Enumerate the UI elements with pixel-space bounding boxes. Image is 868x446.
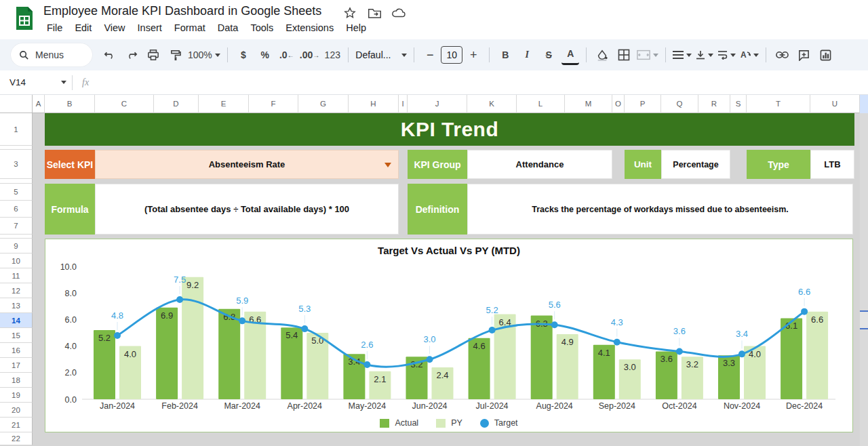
row-header-9[interactable]: 9 xyxy=(0,239,33,254)
text-wrap-button[interactable] xyxy=(717,45,736,65)
row-header-11[interactable]: 11 xyxy=(0,268,33,283)
row-header-13[interactable]: 13 xyxy=(0,298,33,313)
format-currency-button[interactable]: $ xyxy=(235,45,252,65)
column-header-B[interactable]: B xyxy=(45,95,95,113)
select-all-corner[interactable] xyxy=(0,95,33,113)
name-box[interactable]: V14 xyxy=(0,77,66,87)
insert-link-button[interactable] xyxy=(773,45,791,65)
redo-button[interactable] xyxy=(123,45,140,65)
vertical-align-button[interactable] xyxy=(696,45,713,65)
column-header-M[interactable]: M xyxy=(565,95,612,113)
print-button[interactable] xyxy=(144,45,162,65)
row-header-14[interactable]: 14 xyxy=(0,313,33,328)
font-select[interactable]: Defaul... xyxy=(355,45,407,65)
font-size-input[interactable]: 10 xyxy=(441,46,462,64)
row-header-16[interactable]: 16 xyxy=(0,343,33,358)
decrease-font-size-button[interactable]: − xyxy=(421,45,439,65)
column-header-T[interactable]: T xyxy=(747,95,810,113)
menu-file[interactable]: File xyxy=(41,20,68,35)
column-header-R[interactable]: R xyxy=(698,95,730,113)
increase-decimal-button[interactable]: .00→ xyxy=(300,45,319,65)
text-color-button[interactable]: A xyxy=(561,45,579,65)
menu-insert[interactable]: Insert xyxy=(132,20,168,35)
insert-chart-button[interactable] xyxy=(816,45,834,65)
chevron-down-icon xyxy=(753,54,759,57)
menu-tools[interactable]: Tools xyxy=(244,20,279,35)
column-header-I[interactable]: I xyxy=(399,95,408,113)
row-header-15[interactable]: 15 xyxy=(0,328,33,343)
row-header-7[interactable]: 7 xyxy=(0,218,33,235)
chart-legend: ActualPYTarget xyxy=(45,418,852,428)
merge-cells-button[interactable] xyxy=(637,45,658,65)
row-header-1[interactable]: 1 xyxy=(0,113,33,146)
column-header-C[interactable]: C xyxy=(95,95,154,113)
star-icon[interactable] xyxy=(342,5,357,20)
kpi-trend-chart[interactable]: Target Vs Actual Vs PY (MTD) 0.02.04.06.… xyxy=(45,239,853,432)
column-header-A[interactable]: A xyxy=(33,95,45,113)
column-header-L[interactable]: L xyxy=(517,95,565,113)
actual-data-label: 3.6 xyxy=(660,354,673,364)
unit-value: Percentage xyxy=(661,150,730,179)
scrollbar-thumb[interactable] xyxy=(860,310,868,329)
menu-format[interactable]: Format xyxy=(168,20,212,35)
column-header-J[interactable]: J xyxy=(408,95,467,113)
actual-data-label: 4.1 xyxy=(598,348,610,358)
format-percent-button[interactable]: % xyxy=(256,45,274,65)
actual-data-label: 5.4 xyxy=(285,330,298,340)
legend-swatch xyxy=(436,419,446,428)
menu-edit[interactable]: Edit xyxy=(68,20,98,35)
column-header-K[interactable]: K xyxy=(467,95,517,113)
column-header-O[interactable]: O xyxy=(612,95,625,113)
menu-view[interactable]: View xyxy=(98,20,131,35)
paint-format-button[interactable] xyxy=(166,45,184,65)
column-header-U[interactable]: U xyxy=(810,95,860,113)
row-header-22[interactable]: 22 xyxy=(0,432,33,445)
bold-button[interactable]: B xyxy=(496,45,514,65)
italic-button[interactable]: I xyxy=(518,45,536,65)
column-header-Q[interactable]: Q xyxy=(661,95,698,113)
insert-comment-button[interactable] xyxy=(795,45,812,65)
vertical-scrollbar[interactable] xyxy=(860,95,868,446)
chevron-down-icon xyxy=(730,54,736,57)
formula-input[interactable] xyxy=(89,70,868,94)
move-folder-icon[interactable] xyxy=(367,5,382,20)
column-header-E[interactable]: E xyxy=(199,95,249,113)
undo-button[interactable] xyxy=(101,45,119,65)
horizontal-align-button[interactable] xyxy=(673,45,692,65)
column-header-F[interactable]: F xyxy=(249,95,298,113)
chevron-down-icon xyxy=(708,54,713,57)
row-header-12[interactable]: 12 xyxy=(0,283,33,298)
row-header-19[interactable]: 19 xyxy=(0,388,33,403)
borders-button[interactable] xyxy=(615,45,633,65)
menu-extensions[interactable]: Extensions xyxy=(279,20,340,35)
row-header-21[interactable]: 21 xyxy=(0,418,33,432)
column-header-G[interactable]: G xyxy=(298,95,349,113)
menu-help[interactable]: Help xyxy=(340,20,372,35)
row-header-18[interactable]: 18 xyxy=(0,373,33,388)
fill-color-button[interactable] xyxy=(593,45,611,65)
select-kpi-dropdown[interactable]: Absenteeism Rate xyxy=(95,150,399,179)
column-header-P[interactable]: P xyxy=(625,95,661,113)
text-rotation-button[interactable]: A xyxy=(740,45,759,65)
menu-data[interactable]: Data xyxy=(212,20,245,35)
row-header-6[interactable]: 6 xyxy=(0,201,33,218)
menus-search[interactable]: Menus xyxy=(11,43,92,66)
column-header-D[interactable]: D xyxy=(154,95,199,113)
row-header-3[interactable]: 3 xyxy=(0,150,33,179)
row-header-20[interactable]: 20 xyxy=(0,403,33,418)
row-header-10[interactable]: 10 xyxy=(0,254,33,268)
legend-item-actual: Actual xyxy=(380,418,418,428)
column-header-H[interactable]: H xyxy=(349,95,399,113)
more-formats-button[interactable]: 123 xyxy=(323,45,341,65)
row-header-17[interactable]: 17 xyxy=(0,358,33,373)
increase-font-size-button[interactable]: + xyxy=(465,45,482,65)
document-title[interactable]: Employee Morale KPI Dashboard in Google … xyxy=(43,4,321,18)
zoom-select[interactable]: 100% xyxy=(188,45,220,65)
cloud-status-icon[interactable] xyxy=(391,5,406,20)
decrease-decimal-button[interactable]: .0← xyxy=(278,45,296,65)
column-header-S[interactable]: S xyxy=(730,95,747,113)
strikethrough-button[interactable]: S xyxy=(540,45,557,65)
row-header-5[interactable]: 5 xyxy=(0,184,33,201)
row-header-4[interactable] xyxy=(0,179,33,184)
align-bottom-icon xyxy=(696,50,705,60)
